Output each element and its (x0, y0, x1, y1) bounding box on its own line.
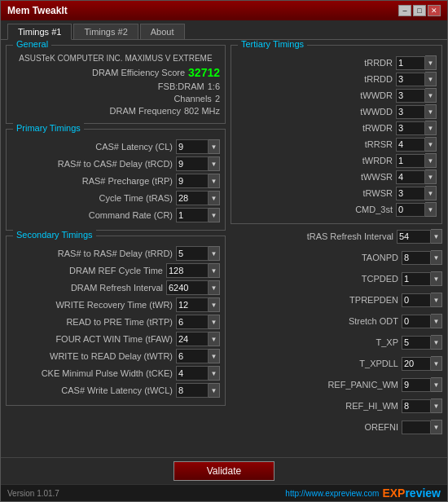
freq-row: DRAM Frequency 802 MHz (11, 106, 220, 116)
other-input-5[interactable] (402, 336, 431, 350)
primary-input-3[interactable] (176, 191, 209, 205)
tert-dropdown-2[interactable]: ▼ (425, 88, 437, 103)
tert-label-3: tWWDD (236, 107, 396, 117)
tert-input-0[interactable] (396, 56, 425, 70)
tert-label-9: CMD_3st (236, 205, 396, 214)
primary-dropdown-1[interactable]: ▼ (209, 156, 220, 171)
secondary-dropdown-0[interactable]: ▼ (209, 246, 220, 261)
tertiary-label: Tertiary Timings (238, 40, 307, 49)
tert-dropdown-4[interactable]: ▼ (425, 121, 437, 135)
primary-dropdown-3[interactable]: ▼ (209, 191, 220, 205)
primary-dropdown-0[interactable]: ▼ (209, 139, 220, 154)
other-dropdown-4[interactable]: ▼ (431, 314, 442, 328)
secondary-input-7[interactable] (176, 366, 209, 381)
tert-dropdown-6[interactable]: ▼ (425, 153, 437, 168)
other-input-2[interactable] (402, 272, 431, 286)
close-button[interactable]: ✕ (428, 5, 441, 16)
other-row-8: REF_HI_WM ▼ (231, 399, 442, 413)
primary-label: Primary Timings (13, 123, 84, 133)
other-row-9: OREFNI ▼ (231, 420, 442, 434)
other-input-8[interactable] (402, 399, 431, 413)
tert-input-8[interactable] (396, 187, 425, 200)
secondary-input-3[interactable] (176, 297, 209, 312)
tert-input-6[interactable] (396, 154, 425, 168)
tert-dropdown-9[interactable]: ▼ (425, 202, 437, 217)
secondary-dropdown-8[interactable]: ▼ (209, 383, 220, 398)
other-input-0[interactable] (397, 230, 431, 244)
tab-timings2[interactable]: Timings #2 (73, 24, 138, 39)
other-input-6[interactable] (402, 357, 431, 371)
other-label-7: REF_PANIC_WM (231, 380, 402, 390)
tert-input-9[interactable] (396, 203, 425, 217)
other-dropdown-0[interactable]: ▼ (431, 229, 442, 244)
other-dropdown-1[interactable]: ▼ (431, 250, 442, 265)
primary-input-2[interactable] (176, 174, 209, 188)
secondary-input-5[interactable] (176, 332, 209, 346)
validate-button[interactable]: Validate (173, 461, 275, 481)
other-dropdown-7[interactable]: ▼ (431, 377, 442, 392)
tert-input-7[interactable] (396, 170, 425, 184)
tert-row-1: tRRDD ▼ (236, 72, 437, 86)
other-input-4[interactable] (402, 315, 431, 328)
secondary-input-4[interactable] (176, 315, 209, 329)
other-dropdown-5[interactable]: ▼ (431, 335, 442, 350)
primary-label-3: Cycle Time (tRAS) (11, 193, 176, 203)
tert-row-7: tWWSR ▼ (236, 170, 437, 184)
other-input-9[interactable] (402, 421, 431, 434)
other-dropdown-8[interactable]: ▼ (431, 399, 442, 413)
bottom-bar: Validate (1, 457, 447, 484)
other-dropdown-9[interactable]: ▼ (431, 420, 442, 434)
secondary-dropdown-6[interactable]: ▼ (209, 349, 220, 363)
window-title: Mem TweakIt (7, 5, 68, 16)
tert-label-1: tRRDD (236, 74, 396, 84)
other-group: tRAS Refresh Interval ▼ TAONPD ▼ TCPDED (231, 229, 442, 436)
primary-input-4[interactable] (176, 208, 209, 222)
secondary-dropdown-4[interactable]: ▼ (209, 315, 220, 329)
minimize-button[interactable]: – (398, 5, 411, 16)
tert-dropdown-5[interactable]: ▼ (425, 137, 437, 152)
other-input-1[interactable] (402, 251, 431, 265)
secondary-input-8[interactable] (176, 383, 209, 398)
title-bar-buttons: – □ ✕ (398, 5, 441, 16)
primary-input-1[interactable] (176, 156, 209, 171)
tert-input-4[interactable] (396, 121, 425, 135)
secondary-dropdown-7[interactable]: ▼ (209, 366, 220, 381)
tert-input-1[interactable] (396, 73, 425, 86)
other-dropdown-3[interactable]: ▼ (431, 293, 442, 307)
other-dropdown-6[interactable]: ▼ (431, 356, 442, 371)
tert-input-2[interactable] (396, 89, 425, 103)
other-select-1: ▼ (402, 250, 442, 265)
primary-dropdown-2[interactable]: ▼ (209, 174, 220, 188)
primary-input-0[interactable] (176, 139, 209, 154)
primary-dropdown-4[interactable]: ▼ (209, 208, 220, 222)
maximize-button[interactable]: □ (413, 5, 426, 16)
tert-dropdown-1[interactable]: ▼ (425, 72, 437, 86)
left-column: General ASUSTeK COMPUTER INC. MAXIMUS V … (6, 45, 226, 452)
tert-dropdown-7[interactable]: ▼ (425, 170, 437, 184)
tert-input-3[interactable] (396, 105, 425, 119)
tert-dropdown-8[interactable]: ▼ (425, 186, 437, 200)
secondary-dropdown-3[interactable]: ▼ (209, 297, 220, 312)
tert-input-5[interactable] (396, 138, 425, 152)
tert-select-5: ▼ (396, 137, 437, 152)
efficiency-row: DRAM Efficiency Score 32712 (11, 66, 220, 79)
secondary-select-5: ▼ (176, 332, 220, 346)
secondary-dropdown-5[interactable]: ▼ (209, 332, 220, 346)
tert-dropdown-0[interactable]: ▼ (425, 55, 437, 70)
secondary-dropdown-1[interactable]: ▼ (209, 263, 220, 278)
secondary-input-6[interactable] (176, 349, 209, 363)
secondary-select-6: ▼ (176, 349, 220, 363)
secondary-dropdown-2[interactable]: ▼ (209, 280, 220, 295)
secondary-input-2[interactable] (166, 280, 209, 295)
other-input-7[interactable] (402, 378, 431, 392)
other-dropdown-2[interactable]: ▼ (431, 271, 442, 286)
secondary-input-1[interactable] (166, 263, 209, 278)
secondary-input-0[interactable] (176, 246, 209, 261)
tab-about[interactable]: About (140, 24, 185, 39)
other-input-3[interactable] (402, 293, 431, 307)
primary-select-3: ▼ (176, 191, 220, 205)
tert-dropdown-3[interactable]: ▼ (425, 104, 437, 119)
secondary-row-6: WRITE to READ Delay (tWTR) ▼ (11, 349, 220, 363)
secondary-row-7: CKE Minimul Pulse Width (tCKE) ▼ (11, 366, 220, 381)
tab-timings1[interactable]: Timings #1 (7, 24, 72, 40)
